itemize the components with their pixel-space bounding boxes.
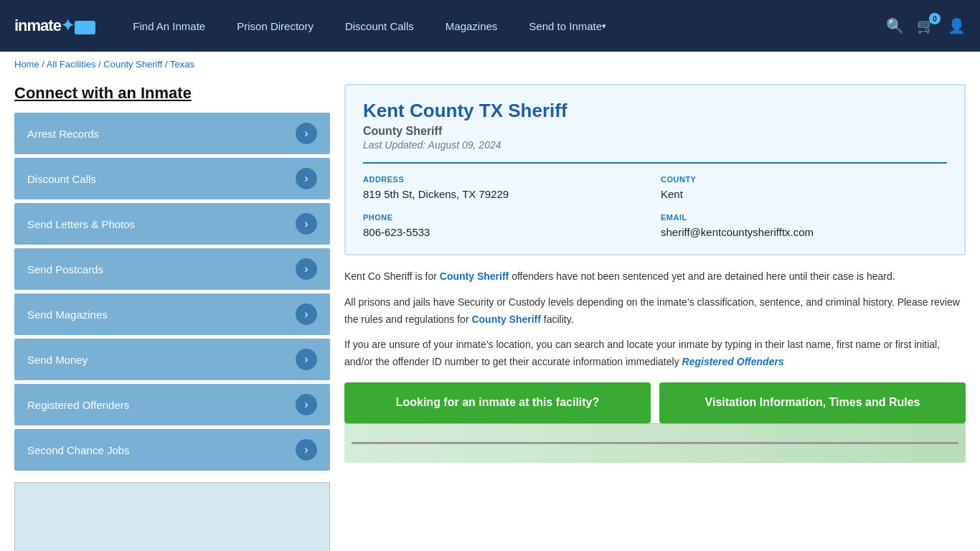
main-layout: Connect with an Inmate Arrest Records › …: [0, 77, 980, 551]
sidebar-item-send-postcards[interactable]: Send Postcards ›: [14, 248, 330, 290]
sidebar-item-arrest-records[interactable]: Arrest Records ›: [14, 113, 330, 154]
sidebar-arrow-1: ›: [296, 168, 317, 189]
nav-find-inmate[interactable]: Find An Inmate: [117, 0, 221, 52]
sidebar-item-registered-offenders[interactable]: Registered Offenders ›: [14, 384, 330, 425]
breadcrumb-all-facilities[interactable]: All Facilities: [47, 59, 96, 70]
sidebar-arrow-6: ›: [296, 394, 317, 415]
facility-type: County Sheriff: [363, 125, 947, 138]
logo[interactable]: inmate✦AID: [14, 17, 95, 35]
desc-para1-after: offenders have not been sentenced yet an…: [509, 270, 895, 282]
logo-accent: ✦: [61, 17, 73, 34]
breadcrumb-home[interactable]: Home: [14, 59, 39, 70]
desc-para2-link[interactable]: County Sheriff: [471, 314, 540, 325]
sidebar-title: Connect with an Inmate: [14, 84, 330, 103]
sidebar-item-send-letters[interactable]: Send Letters & Photos ›: [14, 203, 330, 245]
sidebar-item-send-money[interactable]: Send Money ›: [14, 339, 330, 380]
facility-divider: [363, 162, 947, 164]
user-icon[interactable]: 👤: [948, 17, 966, 34]
sidebar-item-label: Registered Offenders: [27, 399, 129, 411]
email-label: EMAIL: [661, 213, 947, 222]
nav-prison-directory[interactable]: Prison Directory: [221, 0, 329, 52]
nav-discount-calls[interactable]: Discount Calls: [329, 0, 430, 52]
sidebar-menu: Arrest Records › Discount Calls › Send L…: [14, 113, 330, 471]
sidebar-arrow-2: ›: [296, 213, 317, 235]
header-icons: 🔍 🛒 0 👤: [886, 17, 966, 34]
email-value: sheriff@kentcountysherifftx.com: [661, 225, 947, 240]
phone-label: PHONE: [363, 213, 649, 222]
sidebar-arrow-7: ›: [296, 439, 317, 461]
county-block: COUNTY Kent: [661, 175, 947, 202]
search-icon[interactable]: 🔍: [886, 17, 904, 34]
address-label: ADDRESS: [363, 175, 649, 184]
map-preview: [344, 423, 966, 463]
facility-description: Kent Co Sheriff is for County Sheriff of…: [344, 268, 966, 371]
desc-para-1: Kent Co Sheriff is for County Sheriff of…: [344, 268, 966, 286]
phone-block: PHONE 806-623-5533: [363, 213, 649, 240]
sidebar-item-label: Send Postcards: [27, 263, 103, 276]
nav-magazines[interactable]: Magazines: [430, 0, 514, 52]
logo-text: inmate✦AID: [14, 17, 95, 35]
desc-para2-after: facility.: [541, 314, 574, 325]
breadcrumb-texas[interactable]: Texas: [170, 59, 194, 70]
sidebar-item-label: Arrest Records: [27, 128, 99, 140]
logo-aid: AID: [75, 21, 95, 34]
sidebar-item-send-magazines[interactable]: Send Magazines ›: [14, 293, 330, 335]
desc-para1-link[interactable]: County Sheriff: [440, 270, 509, 282]
address-block: ADDRESS 819 5th St, Dickens, TX 79229: [363, 175, 649, 202]
sidebar-arrow-4: ›: [296, 303, 317, 325]
nav-send-to-inmate[interactable]: Send to Inmate: [513, 0, 622, 52]
breadcrumb: Home / All Facilities / County Sheriff /…: [0, 52, 980, 77]
desc-para3-link[interactable]: Registered Offenders: [682, 356, 784, 367]
cart-wrapper[interactable]: 🛒 0: [917, 17, 935, 34]
sidebar-item-label: Send Magazines: [27, 309, 108, 321]
visitation-button[interactable]: Visitation Information, Times and Rules: [659, 382, 966, 423]
cart-badge: 0: [929, 13, 941, 24]
desc-para3-before: If you are unsure of your inmate’s locat…: [344, 339, 940, 367]
sidebar: Connect with an Inmate Arrest Records › …: [14, 84, 330, 551]
main-content: Kent County TX Sheriff County Sheriff La…: [344, 84, 966, 551]
sidebar-item-label: Send Money: [27, 354, 88, 366]
county-value: Kent: [661, 187, 947, 202]
facility-info-grid: ADDRESS 819 5th St, Dickens, TX 79229 CO…: [363, 175, 947, 240]
desc-para-3: If you are unsure of your inmate’s locat…: [344, 336, 966, 371]
sidebar-ad[interactable]: Rd 1 Year Subscription for only $19.98 E…: [14, 482, 330, 551]
sidebar-arrow-3: ›: [296, 258, 317, 280]
phone-value: 806-623-5533: [363, 225, 649, 240]
sidebar-item-label: Second Chance Jobs: [27, 444, 130, 456]
desc-para-2: All prisons and jails have Security or C…: [344, 294, 966, 329]
sidebar-item-label: Discount Calls: [27, 173, 96, 185]
sidebar-arrow-5: ›: [296, 349, 317, 370]
sidebar-item-second-chance-jobs[interactable]: Second Chance Jobs ›: [14, 429, 330, 471]
sidebar-arrow-0: ›: [296, 123, 317, 144]
facility-card: Kent County TX Sheriff County Sheriff La…: [344, 84, 966, 255]
map-road: [352, 442, 958, 444]
action-buttons: Looking for an inmate at this facility? …: [344, 382, 966, 423]
main-nav: Find An Inmate Prison Directory Discount…: [117, 0, 886, 52]
facility-updated: Last Updated: August 09, 2024: [363, 139, 947, 151]
sidebar-item-discount-calls[interactable]: Discount Calls ›: [14, 158, 330, 199]
address-value: 819 5th St, Dickens, TX 79229: [363, 187, 649, 202]
sidebar-item-label: Send Letters & Photos: [27, 218, 135, 230]
site-header: inmate✦AID Find An Inmate Prison Directo…: [0, 0, 980, 52]
breadcrumb-county-sheriff[interactable]: County Sheriff: [103, 59, 162, 70]
desc-para2-before: All prisons and jails have Security or C…: [344, 296, 960, 325]
email-block: EMAIL sheriff@kentcountysherifftx.com: [661, 213, 947, 240]
county-label: COUNTY: [661, 175, 947, 184]
facility-name: Kent County TX Sheriff: [363, 100, 947, 122]
find-inmate-button[interactable]: Looking for an inmate at this facility?: [344, 382, 651, 423]
desc-para1-before: Kent Co Sheriff is for: [344, 270, 440, 282]
